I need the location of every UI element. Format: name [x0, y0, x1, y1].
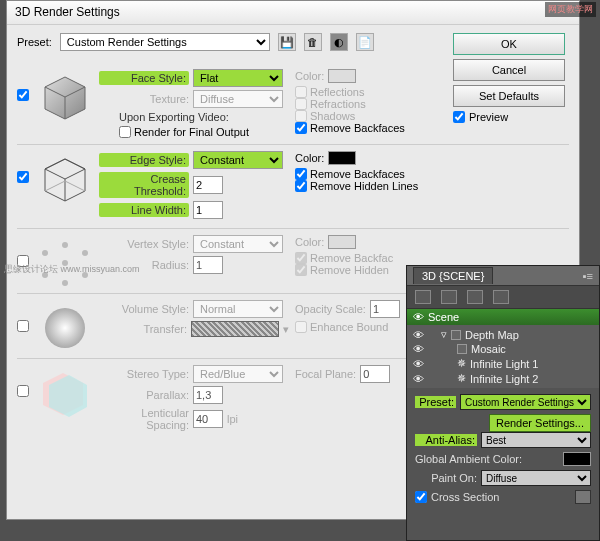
crease-label: Crease Threshold:	[99, 172, 189, 198]
svg-point-9	[62, 280, 68, 286]
cross-section-icon[interactable]	[575, 490, 591, 504]
face-style-select[interactable]: Flat	[193, 69, 283, 87]
stereo-cube-icon	[41, 369, 89, 417]
stereo-enable[interactable]	[17, 385, 29, 397]
export-label: Upon Exporting Video:	[119, 111, 229, 123]
render-settings-button[interactable]: Render Settings...	[489, 414, 591, 432]
ok-button[interactable]: OK	[453, 33, 565, 55]
vertex-style-select: Constant	[193, 235, 283, 253]
scene-tree: 👁▿ Depth Map 👁Mosaic 👁✵ Infinite Light 1…	[407, 325, 599, 388]
edge-color-swatch[interactable]	[328, 151, 356, 165]
tab-3d-scene[interactable]: 3D {SCENE}	[413, 267, 493, 284]
paint-on-select[interactable]: Diffuse	[481, 470, 591, 486]
save-icon[interactable]: 💾	[278, 33, 296, 51]
vertex-color-swatch	[328, 235, 356, 249]
transfer-pattern	[191, 321, 279, 337]
cancel-button[interactable]: Cancel	[453, 59, 565, 81]
filter-icon[interactable]	[415, 290, 431, 304]
tree-item-light2[interactable]: Infinite Light 2	[470, 373, 539, 385]
tree-item-light1[interactable]: Infinite Light 1	[470, 358, 539, 370]
watermark-2: 思缘设计论坛 www.missyuan.com	[4, 263, 140, 276]
scene-root[interactable]: Scene	[428, 311, 459, 323]
face-enable[interactable]	[17, 89, 29, 101]
reflections-checkbox	[295, 86, 307, 98]
global-color-swatch[interactable]	[563, 452, 591, 466]
svg-point-10	[45, 308, 85, 348]
edge-section: Edge Style:Constant Crease Threshold: Li…	[17, 145, 569, 229]
materials-icon[interactable]	[467, 290, 483, 304]
vertex-radius-input	[193, 256, 223, 274]
final-output-checkbox[interactable]	[119, 126, 131, 138]
line-width-input[interactable]	[193, 201, 223, 219]
lights-icon[interactable]	[493, 290, 509, 304]
svg-point-5	[42, 250, 48, 256]
preview-label: Preview	[469, 111, 508, 123]
anti-alias-select[interactable]: Best	[481, 432, 591, 448]
preview-checkbox[interactable]	[453, 111, 465, 123]
edge-style-label: Edge Style:	[99, 153, 189, 167]
svg-point-3	[62, 242, 68, 248]
edge-style-select[interactable]: Constant	[193, 151, 283, 169]
mesh-icon[interactable]	[441, 290, 457, 304]
wireframe-cube-icon	[41, 155, 89, 203]
dialog-title: 3D Render Settings	[7, 1, 579, 25]
shadows-checkbox	[295, 110, 307, 122]
volume-sphere-icon	[41, 304, 89, 352]
texture-select: Diffuse	[193, 90, 283, 108]
svg-point-4	[82, 250, 88, 256]
solid-cube-icon	[41, 73, 89, 121]
crease-input[interactable]	[193, 176, 223, 194]
edge-enable[interactable]	[17, 171, 29, 183]
face-backfaces-checkbox[interactable]	[295, 122, 307, 134]
texture-label: Texture:	[99, 93, 189, 105]
edge-hidden-checkbox[interactable]	[295, 180, 307, 192]
volume-style-select: Normal	[193, 300, 283, 318]
preset-label: Preset:	[17, 36, 52, 48]
panel-menu-icon[interactable]: ▪≡	[583, 270, 593, 282]
trash-icon[interactable]: 🗑	[304, 33, 322, 51]
tree-item-mosaic[interactable]: Mosaic	[471, 343, 506, 355]
cross-section-checkbox[interactable]	[415, 491, 427, 503]
defaults-button[interactable]: Set Defaults	[453, 85, 565, 107]
panel-preset-select[interactable]: Custom Render Settings	[460, 394, 591, 410]
volume-enable[interactable]	[17, 320, 29, 332]
folder-icon[interactable]: 📄	[356, 33, 374, 51]
watermark: 网页教学网	[545, 2, 596, 17]
edge-backfaces-checkbox[interactable]	[295, 168, 307, 180]
line-width-label: Line Width:	[99, 203, 189, 217]
face-style-label: Face Style:	[99, 71, 189, 85]
refractions-checkbox	[295, 98, 307, 110]
tree-item-depthmap[interactable]: Depth Map	[465, 329, 519, 341]
preset-select[interactable]: Custom Render Settings	[60, 33, 270, 51]
face-color-swatch	[328, 69, 356, 83]
stereo-type-select: Red/Blue	[193, 365, 283, 383]
disk-icon[interactable]: ◐	[330, 33, 348, 51]
3d-scene-panel: 3D {SCENE}▪≡ 👁Scene 👁▿ Depth Map 👁Mosaic…	[406, 265, 600, 541]
